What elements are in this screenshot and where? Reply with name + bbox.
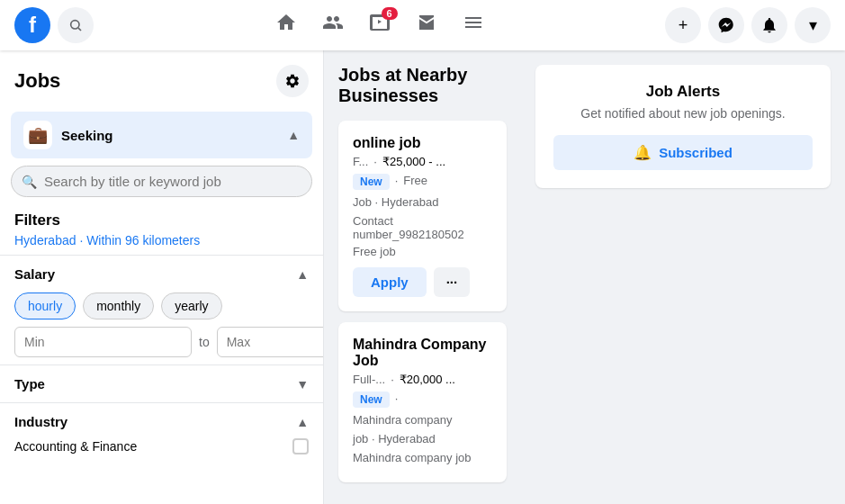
alert-description: Get notified about new job openings.	[553, 106, 813, 121]
account-dropdown-button[interactable]: ▾	[795, 7, 831, 43]
industry-item-checkbox[interactable]	[292, 438, 309, 454]
salary-range: to	[14, 327, 309, 357]
watch-nav-button[interactable]: 6	[358, 4, 401, 47]
marketplace-nav-button[interactable]	[405, 4, 448, 47]
location-filter[interactable]: Hyderabad · Within 96 kilometers	[14, 233, 309, 248]
jobs-title: Jobs	[14, 69, 60, 93]
settings-button[interactable]	[276, 65, 309, 97]
friends-icon	[322, 12, 344, 39]
main-layout: Jobs 💼 Seeking ▲ 🔍 Filters Hyderabad · W…	[0, 50, 845, 504]
job-tags-2: New · Mahindra company	[353, 392, 492, 427]
salary-to-label: to	[199, 335, 210, 349]
job-card-1: online job F... · ₹25,000 - ... New · Fr…	[338, 121, 507, 311]
job-title-2: Mahindra Company Job	[353, 337, 492, 369]
job-salary-2: ₹20,000 ...	[400, 373, 455, 386]
sidebar-header: Jobs	[0, 50, 323, 104]
job-company-1: F...	[353, 155, 368, 168]
salary-max-input[interactable]	[217, 327, 324, 357]
job-location-2: job · Hyderabad	[353, 432, 492, 446]
subscribed-button[interactable]: 🔔 Subscribed	[553, 135, 813, 170]
facebook-logo[interactable]: f	[14, 7, 50, 43]
job-card-2: Mahindra Company Job Full-... · ₹20,000 …	[338, 322, 507, 482]
friends-nav-button[interactable]	[311, 4, 355, 47]
job-tag-company-2: ·	[395, 392, 399, 408]
job-meta-1: F... · ₹25,000 - ...	[353, 155, 492, 168]
list-item: Accounting & Finance	[14, 433, 309, 460]
svg-point-0	[71, 21, 79, 29]
right-panel: Job Alerts Get notified about new job op…	[521, 50, 845, 504]
subscribed-label: Subscribed	[659, 145, 733, 160]
type-label: Type	[14, 376, 45, 392]
alert-title: Job Alerts	[553, 83, 813, 101]
industry-label: Industry	[14, 414, 67, 429]
industry-section: Industry ▲ Accounting & Finance	[0, 402, 323, 467]
job-location-1: Job · Hyderabad	[353, 195, 492, 209]
top-navigation: f 6	[0, 0, 845, 50]
nav-right: + ▾	[665, 7, 831, 43]
seeking-section[interactable]: 💼 Seeking ▲	[11, 112, 312, 158]
chip-monthly[interactable]: monthly	[83, 292, 154, 320]
search-button[interactable]	[58, 7, 94, 43]
type-filter-group: Type ▼	[0, 364, 323, 402]
home-nav-button[interactable]	[265, 4, 308, 47]
job-tag-type-1: Free	[403, 174, 427, 190]
menu-nav-button[interactable]	[452, 4, 495, 47]
salary-chips: hourly monthly yearly	[14, 292, 309, 320]
menu-icon	[463, 12, 484, 39]
more-button-1[interactable]: ···	[434, 267, 471, 297]
job-company-2: Full-...	[353, 373, 385, 386]
alert-card: Job Alerts Get notified about new job op…	[535, 65, 831, 188]
salary-min-input[interactable]	[14, 327, 192, 357]
salary-header[interactable]: Salary ▲	[14, 263, 309, 285]
content-area: Jobs at Nearby Businesses online job F..…	[324, 50, 845, 504]
job-tag-free-1: ·	[395, 174, 399, 190]
job-tags-1: New · Free	[353, 174, 492, 190]
job-salary-1: ₹25,000 - ...	[382, 155, 445, 168]
salary-label: Salary	[14, 266, 55, 282]
search-icon: 🔍	[22, 175, 37, 189]
type-chevron-icon: ▼	[296, 377, 309, 392]
nav-center: 6	[94, 4, 665, 47]
apply-button-1[interactable]: Apply	[353, 267, 427, 297]
create-button[interactable]: +	[665, 7, 701, 43]
bell-icon: 🔔	[634, 144, 652, 161]
job-meta-2: Full-... · ₹20,000 ...	[353, 373, 492, 386]
messenger-button[interactable]	[708, 7, 744, 43]
industry-header[interactable]: Industry ▲	[14, 410, 309, 433]
seeking-chevron-icon: ▲	[287, 128, 300, 142]
industry-item-label: Accounting & Finance	[14, 439, 137, 454]
job-tag-company-label-2: Mahindra company	[353, 413, 453, 427]
industry-chevron-icon: ▲	[296, 415, 309, 429]
filters-label: Filters	[14, 212, 309, 230]
job-extra-2: Mahindra company job	[353, 451, 492, 464]
jobs-list-title: Jobs at Nearby Businesses	[338, 65, 507, 106]
type-header[interactable]: Type ▼	[14, 373, 309, 395]
seeking-left: 💼 Seeking	[23, 121, 113, 149]
job-contact-1: Contact number_9982180502	[353, 214, 492, 241]
jobs-list: Jobs at Nearby Businesses online job F..…	[324, 50, 521, 504]
svg-line-1	[78, 28, 81, 31]
job-tag-new-2: New	[353, 392, 390, 408]
chip-yearly[interactable]: yearly	[161, 292, 221, 320]
search-input[interactable]	[11, 166, 312, 197]
job-free-1: Free job	[353, 245, 492, 258]
search-box: 🔍	[11, 166, 312, 197]
filters-section: Filters Hyderabad · Within 96 kilometers	[0, 204, 323, 255]
job-actions-1: Apply ···	[353, 267, 492, 297]
salary-chevron-icon: ▲	[296, 267, 309, 282]
marketplace-icon	[416, 12, 437, 39]
left-sidebar: Jobs 💼 Seeking ▲ 🔍 Filters Hyderabad · W…	[0, 50, 324, 504]
salary-filter-group: Salary ▲ hourly monthly yearly to	[0, 255, 323, 364]
briefcase-icon: 💼	[23, 121, 52, 149]
seeking-label: Seeking	[61, 128, 113, 143]
job-tag-new-1: New	[353, 174, 390, 190]
watch-badge: 6	[382, 7, 398, 20]
chip-hourly[interactable]: hourly	[14, 292, 76, 320]
notifications-button[interactable]	[751, 7, 787, 43]
job-title-1: online job	[353, 135, 492, 151]
home-icon	[275, 12, 297, 39]
